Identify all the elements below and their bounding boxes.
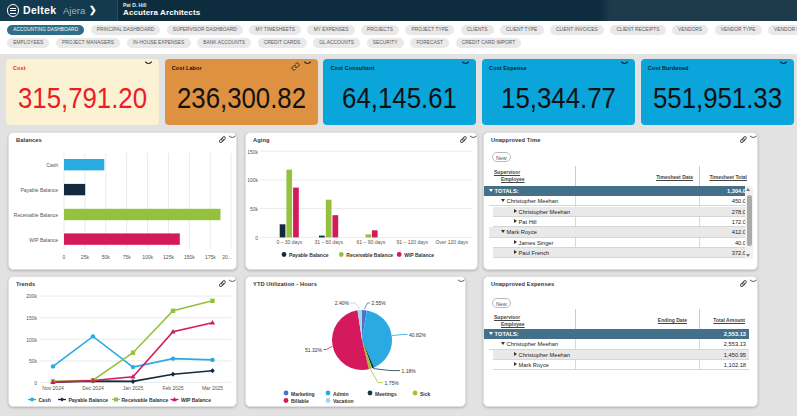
svg-text:0 – 30 days: 0 – 30 days [276, 239, 302, 245]
svg-text:50k: 50k [250, 206, 259, 212]
svg-text:175k: 175k [205, 254, 216, 260]
svg-text:0: 0 [34, 380, 37, 386]
svg-text:31 – 60 days: 31 – 60 days [314, 239, 343, 245]
svg-text:Billable: Billable [291, 398, 309, 404]
svg-text:Mar 2025: Mar 2025 [202, 385, 223, 391]
svg-text:WIP Balance: WIP Balance [181, 397, 211, 403]
svg-text:Payable Balance: Payable Balance [69, 397, 109, 403]
svg-text:Marketing: Marketing [291, 391, 315, 397]
svg-text:100k: 100k [247, 177, 258, 183]
svg-text:20...: 20... [222, 254, 232, 260]
svg-text:100k: 100k [142, 254, 153, 260]
svg-text:51.32%: 51.32% [305, 347, 323, 353]
svg-text:Payable Balance: Payable Balance [20, 187, 58, 193]
svg-text:1.75%: 1.75% [385, 380, 400, 386]
svg-text:25k: 25k [81, 254, 90, 260]
svg-text:150k: 150k [184, 254, 195, 260]
svg-text:WIP Balance: WIP Balance [29, 237, 58, 243]
svg-text:Jan 2025: Jan 2025 [123, 385, 144, 391]
svg-text:75k: 75k [123, 254, 132, 260]
svg-text:50k: 50k [29, 358, 38, 364]
svg-text:Nov 2024: Nov 2024 [42, 385, 64, 391]
svg-text:Receivable Balance: Receivable Balance [122, 397, 169, 403]
svg-text:40.82%: 40.82% [409, 332, 427, 338]
svg-text:Vacation: Vacation [333, 398, 354, 404]
svg-text:125k: 125k [163, 254, 174, 260]
svg-text:150k: 150k [26, 315, 37, 321]
svg-text:91 – 120 days: 91 – 120 days [397, 239, 429, 245]
svg-text:2.40%: 2.40% [335, 300, 350, 306]
svg-text:100k: 100k [26, 337, 37, 343]
svg-text:Admin: Admin [333, 391, 349, 397]
svg-text:Cash: Cash [39, 397, 51, 403]
svg-text:Sick: Sick [420, 391, 431, 397]
svg-text:0: 0 [255, 235, 258, 241]
svg-text:Dec 2024: Dec 2024 [82, 385, 104, 391]
svg-text:200k: 200k [26, 293, 37, 299]
svg-text:Payable Balance: Payable Balance [289, 252, 329, 258]
svg-text:Feb 2025: Feb 2025 [162, 385, 183, 391]
svg-text:150k: 150k [247, 149, 258, 155]
svg-text:1.18%: 1.18% [402, 368, 417, 374]
svg-text:WIP Balance: WIP Balance [404, 252, 434, 258]
svg-text:Receivable Balance: Receivable Balance [14, 212, 58, 218]
svg-text:61 – 90 days: 61 – 90 days [357, 239, 386, 245]
svg-text:Meetings: Meetings [375, 391, 397, 397]
svg-text:50k: 50k [102, 254, 111, 260]
svg-text:Cash: Cash [46, 162, 58, 168]
svg-text:Over 120 days: Over 120 days [435, 239, 468, 245]
svg-text:0: 0 [63, 254, 66, 260]
svg-text:2.55%: 2.55% [372, 300, 387, 306]
svg-text:Receivable Balance: Receivable Balance [346, 252, 393, 258]
